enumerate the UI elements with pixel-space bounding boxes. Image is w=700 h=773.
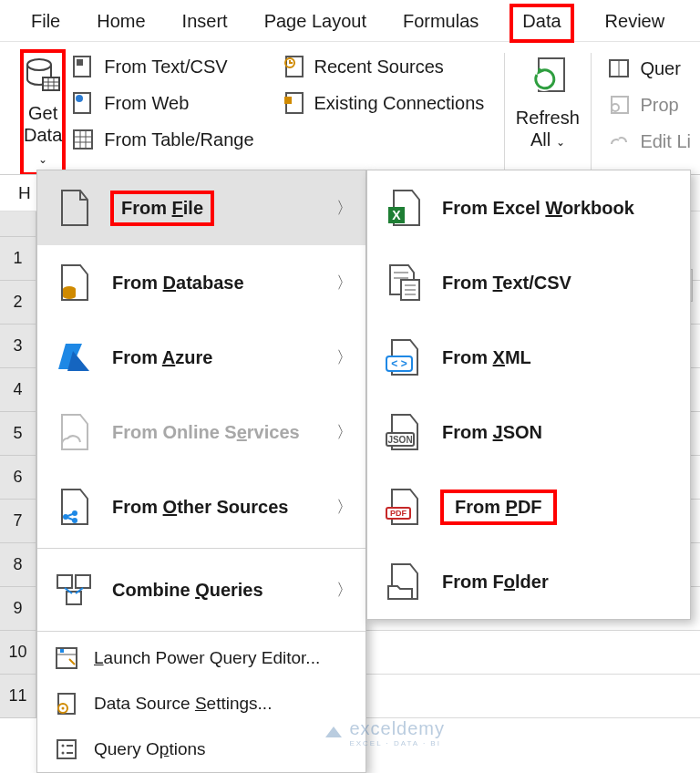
menu-query-options[interactable]: Query Options [37, 727, 365, 772]
submenu-excel-workbook-label: From Excel Workbook [442, 198, 634, 219]
chevron-right-icon: 〉 [336, 421, 353, 443]
menu-from-file-label: From File [121, 198, 203, 218]
text-csv-icon [71, 55, 95, 78]
submenu-json-label: From JSON [442, 422, 542, 443]
get-data-label-1: Get [28, 103, 57, 123]
select-all-cell[interactable] [0, 211, 36, 237]
svg-rect-10 [74, 130, 92, 149]
refresh-icon [528, 55, 568, 101]
table-range-icon [71, 128, 95, 151]
get-data-menu: From File 〉 From Database 〉 From Azure 〉… [36, 170, 366, 773]
tab-insert[interactable]: Insert [179, 5, 232, 41]
row-header[interactable]: 8 [0, 543, 36, 587]
submenu-folder[interactable]: From Folder [367, 544, 690, 619]
edit-links-button[interactable]: Edit Li [607, 129, 691, 153]
menu-from-online-services: From Online Services 〉 [37, 395, 365, 469]
properties-icon [607, 93, 631, 117]
menu-combine-queries[interactable]: Combine Queries 〉 [37, 552, 365, 627]
menu-from-online-services-label: From Online Services [112, 422, 300, 443]
from-web-label: From Web [104, 93, 189, 114]
submenu-text-csv-label: From Text/CSV [442, 273, 571, 294]
folder-icon [384, 562, 424, 602]
tab-data[interactable]: Data [511, 5, 571, 41]
menu-from-azure-label: From Azure [112, 347, 212, 368]
svg-text:JSON: JSON [387, 435, 412, 445]
from-text-csv-button[interactable]: From Text/CSV [71, 55, 253, 78]
menu-from-database[interactable]: From Database 〉 [37, 245, 365, 320]
chevron-right-icon: 〉 [336, 346, 353, 368]
excel-workbook-icon: X [384, 188, 424, 228]
tab-review[interactable]: Review [602, 5, 669, 41]
row-header[interactable]: 3 [0, 325, 36, 368]
svg-text:PDF: PDF [390, 509, 407, 518]
file-icon [54, 188, 94, 228]
tab-file[interactable]: File [27, 5, 64, 41]
submenu-json[interactable]: JSON From JSON [367, 395, 690, 469]
row-header[interactable]: 9 [0, 587, 36, 631]
menu-from-file[interactable]: From File 〉 [37, 170, 365, 245]
existing-connections-button[interactable]: Existing Connections [282, 91, 485, 115]
svg-rect-33 [76, 575, 90, 588]
svg-point-39 [62, 707, 65, 710]
combine-queries-icon [54, 570, 94, 610]
row-header[interactable]: 7 [0, 500, 36, 543]
queries-icon [607, 57, 631, 80]
chevron-right-icon: 〉 [336, 496, 353, 518]
from-web-button[interactable]: From Web [71, 91, 253, 115]
menu-from-other-sources[interactable]: From Other Sources 〉 [37, 469, 365, 544]
row-header[interactable]: 4 [0, 368, 36, 412]
svg-point-0 [27, 59, 51, 70]
queries-label: Quer [640, 58, 680, 79]
properties-button[interactable]: Prop [607, 93, 691, 117]
name-box[interactable]: H [9, 183, 40, 203]
svg-point-41 [62, 745, 65, 747]
row-header[interactable]: 11 [0, 675, 36, 718]
submenu-pdf[interactable]: PDF From PDF [367, 469, 690, 544]
queries-button[interactable]: Quer [607, 57, 691, 80]
submenu-excel-workbook[interactable]: X From Excel Workbook [367, 170, 690, 245]
recent-sources-button[interactable]: Recent Sources [282, 55, 485, 78]
svg-rect-32 [57, 575, 72, 588]
submenu-xml[interactable]: < > From XML [367, 320, 690, 395]
tab-formulas[interactable]: Formulas [399, 5, 482, 41]
menu-from-azure[interactable]: From Azure 〉 [37, 320, 365, 395]
menu-data-source-settings[interactable]: Data Source Settings... [37, 681, 365, 727]
menu-query-options-label: Query Options [94, 739, 206, 759]
ribbon-data: GetData ⌄ From Text/CSV From Web From Ta… [0, 42, 700, 175]
svg-rect-34 [67, 592, 81, 604]
get-data-label-2: Data [24, 125, 62, 145]
svg-rect-35 [57, 648, 77, 668]
row-header[interactable]: 1 [0, 237, 36, 281]
watermark-text: exceldemy [349, 718, 445, 739]
menu-data-source-settings-label: Data Source Settings... [94, 694, 272, 714]
existing-connections-label: Existing Connections [314, 93, 485, 114]
ribbon-tabs: File Home Insert Page Layout Formulas Da… [0, 0, 700, 42]
svg-rect-18 [284, 97, 292, 104]
svg-rect-1 [43, 77, 59, 90]
row-header[interactable]: 10 [0, 631, 36, 675]
get-data-icon [22, 55, 64, 97]
tab-page-layout[interactable]: Page Layout [261, 5, 370, 41]
submenu-text-csv[interactable]: From Text/CSV [367, 245, 690, 320]
svg-rect-40 [57, 740, 76, 758]
from-text-csv-label: From Text/CSV [104, 57, 227, 77]
text-csv-icon [384, 263, 424, 303]
menu-launch-pqe[interactable]: Launch Power Query Editor... [37, 635, 365, 681]
refresh-all-button[interactable]: RefreshAll ⌄ [516, 51, 580, 174]
submenu-pdf-label: From PDF [455, 497, 542, 517]
row-header[interactable]: 2 [0, 281, 36, 325]
online-services-icon [54, 412, 94, 452]
svg-point-9 [76, 95, 83, 102]
connections-icon [282, 91, 305, 115]
azure-icon [54, 337, 94, 377]
tab-home[interactable]: Home [93, 5, 149, 41]
other-sources-icon [54, 487, 94, 527]
properties-label: Prop [640, 95, 678, 116]
web-icon [71, 91, 95, 115]
menu-combine-queries-label: Combine Queries [112, 580, 263, 601]
row-header[interactable]: 5 [0, 412, 36, 456]
recent-sources-label: Recent Sources [314, 57, 444, 77]
from-table-range-button[interactable]: From Table/Range [71, 128, 253, 151]
row-header[interactable]: 6 [0, 456, 36, 500]
get-data-button[interactable]: GetData ⌄ [22, 51, 64, 174]
